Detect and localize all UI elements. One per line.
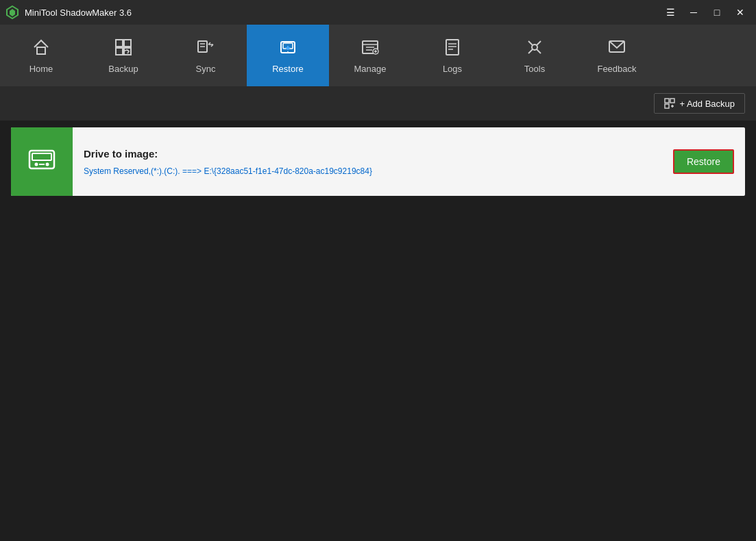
add-backup-icon (664, 98, 675, 109)
svg-rect-2 (37, 47, 45, 54)
nav-backup-label: Backup (108, 64, 138, 74)
svg-rect-21 (446, 40, 459, 55)
nav-manage[interactable]: Manage (329, 25, 411, 86)
logs-icon (443, 38, 462, 60)
content-area: + Add Backup Drive to im (0, 86, 756, 541)
nav-sync[interactable]: Sync (164, 25, 247, 86)
nav-home-label: Home (29, 64, 53, 74)
sync-icon (196, 38, 215, 60)
svg-rect-3 (116, 40, 123, 47)
maximize-button[interactable]: □ (707, 4, 727, 21)
svg-point-38 (46, 162, 49, 166)
manage-icon (361, 38, 380, 60)
card-icon-area (11, 127, 73, 196)
window-controls: ☰ ─ □ ✕ (660, 4, 751, 21)
close-button[interactable]: ✕ (730, 4, 751, 21)
drive-icon (25, 142, 58, 181)
nav-home[interactable]: Home (0, 25, 82, 86)
card-body: Drive to image: System Reserved,(*:).(C:… (73, 127, 662, 196)
app-logo (5, 5, 19, 19)
backup-card: Drive to image: System Reserved,(*:).(C:… (11, 127, 745, 196)
nav-manage-label: Manage (354, 64, 387, 74)
add-backup-button[interactable]: + Add Backup (654, 93, 745, 114)
nav-feedback[interactable]: Feedback (576, 25, 658, 86)
home-icon (32, 38, 51, 60)
nav-restore[interactable]: Restore (247, 25, 329, 86)
nav-feedback-label: Feedback (597, 64, 636, 74)
nav-backup[interactable]: Backup (82, 25, 164, 86)
nav-bar: Home Backup Sync (0, 25, 756, 86)
add-backup-label: + Add Backup (679, 99, 735, 109)
svg-point-27 (532, 45, 537, 50)
svg-rect-29 (665, 99, 669, 103)
svg-marker-1 (10, 9, 15, 16)
nav-restore-label: Restore (272, 64, 304, 74)
menu-button[interactable]: ☰ (660, 4, 681, 21)
restore-icon (278, 38, 297, 60)
svg-rect-36 (32, 153, 51, 160)
nav-tools-label: Tools (524, 64, 545, 74)
app-title: MiniTool ShadowMaker 3.6 (25, 8, 660, 18)
card-title: Drive to image: (84, 148, 651, 160)
toolbar-strip: + Add Backup (0, 86, 756, 121)
backup-icon (114, 38, 133, 60)
nav-logs-label: Logs (443, 64, 462, 74)
card-path: System Reserved,(*:).(C:). ===> E:\{328a… (84, 166, 651, 176)
svg-rect-6 (124, 48, 131, 55)
svg-rect-31 (665, 104, 669, 108)
nav-tools[interactable]: Tools (493, 25, 576, 86)
minimize-button[interactable]: ─ (683, 4, 704, 21)
svg-point-12 (287, 51, 289, 53)
feedback-icon (607, 38, 626, 60)
svg-rect-30 (670, 99, 674, 103)
nav-logs[interactable]: Logs (411, 25, 493, 86)
svg-rect-4 (124, 40, 131, 47)
restore-button[interactable]: Restore (673, 149, 734, 174)
tools-icon (525, 38, 544, 60)
card-actions: Restore (662, 127, 745, 196)
title-bar: MiniTool ShadowMaker 3.6 ☰ ─ □ ✕ (0, 0, 756, 25)
main-area: Drive to image: System Reserved,(*:).(C:… (0, 121, 756, 541)
svg-point-37 (35, 162, 38, 166)
svg-rect-5 (116, 48, 123, 55)
nav-sync-label: Sync (196, 64, 216, 74)
